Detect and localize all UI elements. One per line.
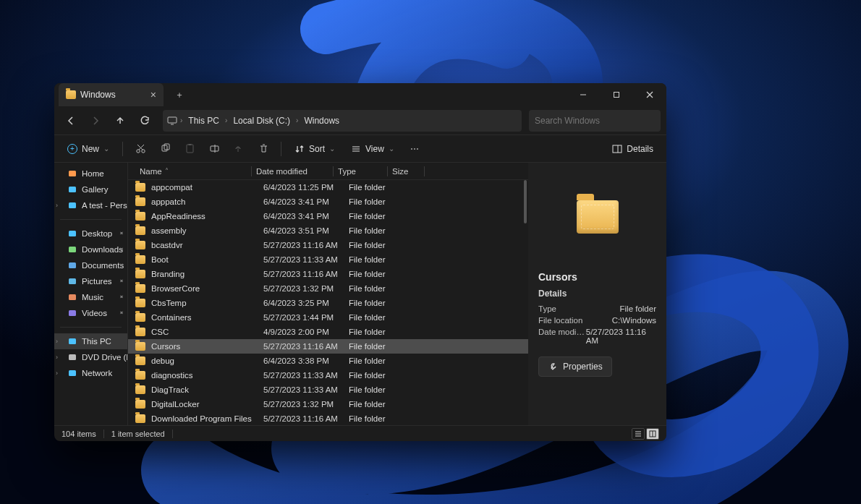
details-row: TypeFile folder [538, 304, 656, 313]
file-name: Containers [151, 313, 263, 322]
sidebar-item-desktop[interactable]: Desktop✦ [54, 226, 127, 242]
pin-icon: ✦ [117, 229, 127, 239]
file-row[interactable]: DigitalLocker 5/27/2023 1:32 PM File fol… [128, 397, 528, 411]
file-row[interactable]: Containers 5/27/2023 1:44 PM File folder [128, 310, 528, 325]
copy-button[interactable] [155, 139, 175, 159]
svg-rect-20 [613, 145, 622, 153]
svg-rect-23 [69, 187, 76, 192]
sidebar-item-network[interactable]: ›Network [54, 365, 127, 381]
sidebar-item-gallery[interactable]: Gallery [54, 181, 127, 197]
file-name: DiagTrack [151, 385, 263, 394]
file-name: CbsTemp [151, 299, 263, 307]
paste-button[interactable] [179, 139, 200, 159]
downloads-icon [67, 244, 77, 255]
properties-button[interactable]: Properties [538, 356, 612, 377]
col-size[interactable]: Size [388, 167, 424, 176]
file-row[interactable]: appcompat 6/4/2023 11:25 PM File folder [128, 180, 528, 195]
file-row[interactable]: apppatch 6/4/2023 3:41 PM File folder [128, 195, 528, 209]
minimize-button[interactable] [567, 83, 600, 106]
breadcrumb-windows[interactable]: Windows [301, 116, 342, 126]
sidebar-item-videos[interactable]: Videos✦ [54, 305, 127, 321]
file-date: 6/4/2023 3:41 PM [263, 212, 349, 221]
forward-button[interactable] [85, 110, 106, 132]
sidebar-item-a-test-personal[interactable]: ›A test - Personal [54, 197, 127, 213]
properties-label: Properties [563, 362, 603, 372]
address-bar[interactable]: › This PC › Local Disk (C:) › Windows [163, 110, 522, 132]
rename-button[interactable] [204, 139, 224, 159]
svg-rect-2 [614, 93, 619, 98]
search-input[interactable] [535, 116, 655, 126]
close-window-button[interactable] [633, 83, 666, 106]
col-type[interactable]: Type [334, 167, 387, 176]
music-icon [67, 292, 77, 302]
sidebar-item-this-pc[interactable]: ›This PC [54, 333, 127, 349]
sidebar: HomeGallery›A test - Personal Desktop✦Do… [54, 163, 128, 425]
toolbar: + New ⌄ Sort ⌄ View ⌄ ⋯ Details [54, 135, 666, 163]
file-row[interactable]: bcastdvr 5/27/2023 11:16 AM File folder [128, 238, 528, 252]
scrollbar-thumb[interactable] [524, 180, 527, 223]
documents-icon [67, 260, 77, 270]
breadcrumb-local-disk[interactable]: Local Disk (C:) [230, 116, 293, 126]
divider [103, 430, 104, 438]
file-row[interactable]: BrowserCore 5/27/2023 1:32 PM File folde… [128, 281, 528, 296]
file-type: File folder [349, 255, 407, 264]
details-title: Cursors [538, 271, 656, 283]
new-tab-button[interactable]: ＋ [171, 89, 188, 101]
file-row[interactable]: Boot 5/27/2023 11:33 AM File folder [128, 252, 528, 267]
delete-button[interactable] [253, 139, 273, 159]
svg-rect-33 [69, 370, 76, 376]
cut-button[interactable] [130, 139, 150, 159]
share-button[interactable] [229, 139, 249, 159]
sidebar-item-home[interactable]: Home [54, 166, 127, 181]
new-button[interactable]: + New ⌄ [62, 139, 115, 159]
folder-icon [135, 197, 145, 206]
file-row[interactable]: Cursors 5/27/2023 11:16 AM File folder [128, 339, 528, 354]
sort-button[interactable]: Sort ⌄ [289, 139, 341, 159]
file-row[interactable]: diagnostics 5/27/2023 11:33 AM File fold… [128, 368, 528, 383]
search-box[interactable] [529, 110, 661, 132]
chevron-right-icon: › [56, 338, 58, 345]
sidebar-item-pictures[interactable]: Pictures✦ [54, 273, 127, 289]
file-row[interactable]: Branding 5/27/2023 11:16 AM File folder [128, 267, 528, 281]
chevron-right-icon: › [56, 354, 58, 361]
file-date: 5/27/2023 11:16 AM [263, 342, 349, 351]
col-name[interactable]: Name˄ [135, 167, 251, 176]
folder-icon [135, 255, 145, 264]
back-button[interactable] [60, 110, 82, 132]
file-name: Cursors [151, 342, 263, 351]
refresh-button[interactable] [134, 110, 156, 132]
tab-close-icon[interactable]: × [150, 89, 156, 101]
file-row[interactable]: assembly 6/4/2023 3:51 PM File folder [128, 223, 528, 238]
sidebar-item-documents[interactable]: Documents✦ [54, 257, 127, 273]
tab-windows[interactable]: Windows × [59, 83, 164, 106]
sidebar-item-music[interactable]: Music✦ [54, 289, 127, 305]
file-row[interactable]: debug 6/4/2023 3:38 PM File folder [128, 354, 528, 368]
file-row[interactable]: CbsTemp 6/4/2023 3:25 PM File folder [128, 296, 528, 310]
view-button[interactable]: View ⌄ [345, 139, 400, 159]
sidebar-item-dvd-drive-d-ccc[interactable]: ›DVD Drive (D:) CCC [54, 349, 127, 365]
details-pane-button[interactable]: Details [606, 139, 659, 159]
details-view-toggle[interactable] [646, 428, 659, 440]
chevron-right-icon: › [180, 116, 182, 124]
details-label: Details [627, 144, 653, 154]
sidebar-item-downloads[interactable]: Downloads✦ [54, 242, 127, 257]
desktop-icon [67, 228, 77, 239]
file-name: bcastdvr [151, 241, 263, 249]
more-button[interactable]: ⋯ [404, 139, 425, 159]
view-icon [351, 144, 361, 154]
maximize-button[interactable] [600, 83, 633, 106]
sidebar-label: Home [82, 169, 104, 178]
col-date[interactable]: Date modified [252, 167, 333, 176]
file-row[interactable]: DiagTrack 5/27/2023 11:33 AM File folder [128, 383, 528, 397]
up-button[interactable] [109, 110, 131, 132]
view-toggle [632, 428, 659, 440]
file-row[interactable]: Downloaded Program Files 5/27/2023 11:16… [128, 411, 528, 425]
chevron-down-icon: ⌄ [103, 145, 109, 153]
chevron-down-icon: ⌄ [329, 145, 335, 153]
file-row[interactable]: CSC 4/9/2023 2:00 PM File folder [128, 325, 528, 339]
file-row[interactable]: AppReadiness 6/4/2023 3:41 PM File folde… [128, 209, 528, 223]
detail-key: Date modifi… [538, 328, 586, 345]
list-view-toggle[interactable] [632, 428, 645, 440]
breadcrumb-this-pc[interactable]: This PC [185, 116, 222, 126]
separator [60, 327, 122, 328]
